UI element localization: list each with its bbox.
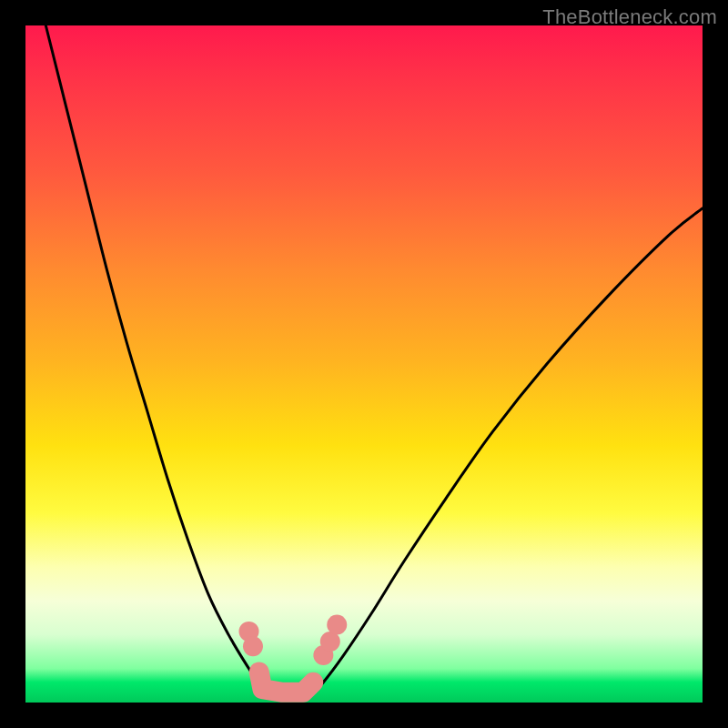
plot-area	[25, 25, 703, 703]
bottom-sausage	[259, 672, 314, 693]
curves-group	[46, 25, 703, 696]
curve-right-curve	[309, 208, 703, 696]
watermark-text: TheBottleneck.com	[542, 5, 717, 29]
chart-svg	[25, 25, 703, 703]
curve-left-curve	[46, 25, 269, 696]
chart-frame: TheBottleneck.com	[0, 0, 728, 728]
left-dot-lower	[243, 636, 263, 656]
right-dot-3	[327, 614, 347, 634]
markers-group	[239, 614, 348, 692]
